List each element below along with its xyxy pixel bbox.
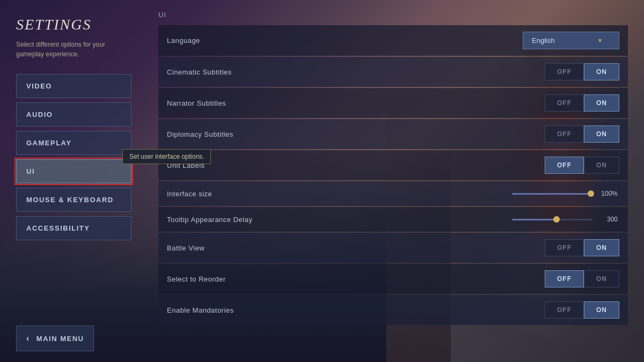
slider-value-tooltip-delay: 300	[599, 216, 618, 223]
main-menu-label: MAIN MENU	[36, 335, 84, 343]
slider-fill-interface-size	[512, 193, 591, 195]
row-control-unit-labels: OFFON	[545, 157, 619, 174]
toggle-group-narrator-subtitles: OFFON	[545, 94, 619, 112]
dropdown-language[interactable]: English▼	[523, 32, 619, 49]
toggle-on-cinematic-subtitles[interactable]: ON	[584, 63, 619, 80]
dropdown-value-language: English	[532, 36, 555, 45]
row-control-interface-size: 100%	[512, 190, 619, 197]
row-label-select-reorder: Select to Reorder	[167, 275, 356, 283]
settings-row-select-reorder: Select to ReorderOFFON	[158, 264, 628, 294]
nav-buttons: VIDEOAUDIOGAMEPLAYUIMOUSE & KEYBOARDACCE…	[16, 74, 131, 326]
sidebar-item-video[interactable]: VIDEO	[16, 74, 131, 98]
toggle-group-diplomacy-subtitles: OFFON	[545, 125, 619, 143]
toggle-off-diplomacy-subtitles[interactable]: OFF	[545, 125, 584, 143]
main-menu-button[interactable]: ‹ MAIN MENU	[16, 326, 94, 351]
toggle-off-cinematic-subtitles[interactable]: OFF	[545, 63, 584, 80]
sidebar-item-gameplay[interactable]: GAMEPLAY	[16, 131, 131, 155]
section-label: UI	[158, 11, 628, 19]
sidebar-item-mouse-keyboard[interactable]: MOUSE & KEYBOARD	[16, 188, 131, 212]
toggle-on-diplomacy-subtitles[interactable]: ON	[584, 125, 619, 143]
row-label-battle-view: Battle View	[167, 244, 356, 252]
row-control-language: English▼	[523, 32, 619, 49]
slider-track-interface-size[interactable]	[512, 193, 592, 195]
slider-value-interface-size: 100%	[599, 190, 618, 197]
sidebar-bottom: ‹ MAIN MENU	[16, 326, 131, 351]
settings-rows: LanguageEnglish▼Cinematic SubtitlesOFFON…	[158, 25, 628, 325]
toggle-off-select-reorder[interactable]: OFF	[545, 270, 584, 287]
row-label-cinematic-subtitles: Cinematic Subtitles	[167, 68, 356, 76]
settings-row-battle-view: Battle ViewOFFON	[158, 233, 628, 263]
row-label-tooltip-delay: Tooltip Appearance Delay	[167, 216, 340, 224]
row-control-tooltip-delay: 300	[512, 216, 619, 223]
row-label-unit-labels: Unit Labels	[167, 161, 356, 169]
row-label-interface-size: Interface size	[167, 190, 340, 198]
slider-thumb-interface-size[interactable]	[588, 190, 594, 197]
slider-container-tooltip-delay: 300	[512, 216, 619, 223]
settings-row-tooltip-delay: Tooltip Appearance Delay300	[158, 207, 628, 232]
settings-row-cinematic-subtitles: Cinematic SubtitlesOFFON	[158, 57, 628, 87]
slider-thumb-tooltip-delay[interactable]	[553, 216, 560, 223]
sidebar-item-audio[interactable]: AUDIO	[16, 102, 131, 127]
toggle-group-select-reorder: OFFON	[545, 270, 619, 287]
row-label-narrator-subtitles: Narrator Subtitles	[167, 99, 356, 107]
chevron-left-icon: ‹	[26, 334, 30, 343]
toggle-on-enable-mandatories[interactable]: ON	[584, 301, 619, 319]
settings-row-diplomacy-subtitles: Diplomacy SubtitlesOFFON	[158, 119, 628, 149]
slider-track-tooltip-delay[interactable]	[512, 219, 592, 220]
toggle-group-battle-view: OFFON	[545, 239, 619, 256]
toggle-off-narrator-subtitles[interactable]: OFF	[545, 94, 584, 112]
settings-row-narrator-subtitles: Narrator SubtitlesOFFON	[158, 88, 628, 118]
toggle-on-select-reorder[interactable]: ON	[584, 270, 619, 287]
settings-row-interface-size: Interface size100%	[158, 181, 628, 206]
slider-container-interface-size: 100%	[512, 190, 619, 197]
main-panel: UI LanguageEnglish▼Cinematic SubtitlesOF…	[142, 0, 644, 362]
row-control-diplomacy-subtitles: OFFON	[545, 125, 619, 143]
settings-subtitle: Select different options for your gamepl…	[16, 40, 131, 59]
sidebar-item-ui[interactable]: UI	[16, 159, 131, 183]
row-label-diplomacy-subtitles: Diplomacy Subtitles	[167, 130, 356, 138]
row-control-cinematic-subtitles: OFFON	[545, 63, 619, 80]
toggle-group-unit-labels: OFFON	[545, 157, 619, 174]
row-control-narrator-subtitles: OFFON	[545, 94, 619, 112]
chevron-down-icon: ▼	[597, 38, 603, 43]
slider-fill-tooltip-delay	[512, 219, 557, 220]
toggle-group-cinematic-subtitles: OFFON	[545, 63, 619, 80]
row-control-battle-view: OFFON	[545, 239, 619, 256]
toggle-on-narrator-subtitles[interactable]: ON	[584, 94, 619, 112]
settings-title: Settings	[16, 16, 131, 33]
sidebar-item-accessibility[interactable]: ACCESSIBILITY	[16, 216, 131, 240]
toggle-on-unit-labels[interactable]: ON	[584, 157, 619, 174]
settings-row-language: LanguageEnglish▼	[158, 25, 628, 56]
settings-row-unit-labels: Unit LabelsOFFON	[158, 150, 628, 180]
row-control-select-reorder: OFFON	[545, 270, 619, 287]
sidebar: Settings Select different options for yo…	[0, 0, 142, 362]
row-label-language: Language	[167, 36, 345, 45]
toggle-on-battle-view[interactable]: ON	[584, 239, 619, 256]
toggle-group-enable-mandatories: OFFON	[545, 301, 619, 319]
toggle-off-unit-labels[interactable]: OFF	[545, 157, 584, 174]
toggle-off-enable-mandatories[interactable]: OFF	[545, 301, 584, 319]
row-control-enable-mandatories: OFFON	[545, 301, 619, 319]
settings-row-enable-mandatories: Enable MandatoriesOFFON	[158, 295, 628, 325]
toggle-off-battle-view[interactable]: OFF	[545, 239, 584, 256]
row-label-enable-mandatories: Enable Mandatories	[167, 306, 356, 314]
